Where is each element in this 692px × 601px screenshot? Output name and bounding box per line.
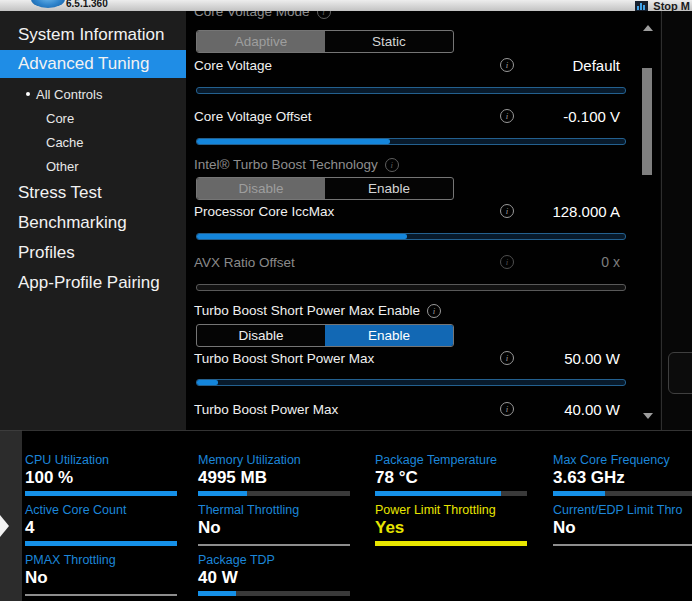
metric-label: Power Limit Throttling — [375, 503, 535, 517]
metric-label: Max Core Frequency — [553, 453, 692, 467]
turbo-boost-short-power-max-slider[interactable] — [196, 379, 626, 386]
scroll-up-icon[interactable] — [643, 25, 653, 31]
metric-value: 78 °C — [375, 468, 535, 488]
app-window: 6.5.1.360 Stop M System Information Adva… — [0, 0, 692, 601]
control-value: -0.100 V — [540, 108, 620, 125]
expand-arrow-icon[interactable] — [0, 515, 9, 537]
metric-label: CPU Utilization — [25, 453, 185, 467]
metric-value: No — [25, 568, 185, 588]
sidebar-item-system-information[interactable]: System Information — [0, 21, 186, 49]
sidebar-item-profiles[interactable]: Profiles — [0, 239, 186, 267]
xtu-logo-icon — [31, 0, 65, 8]
stop-monitoring-label: Stop M — [653, 0, 690, 11]
metric-value: 40 W — [198, 568, 358, 588]
info-icon[interactable] — [500, 58, 514, 72]
core-voltage-offset-row: Core Voltage Offset -0.100 V — [194, 106, 620, 126]
sidebar-subitem-label: Core — [46, 111, 74, 126]
core-voltage-slider[interactable] — [196, 87, 626, 94]
info-icon[interactable] — [317, 11, 331, 19]
metric-bar — [198, 544, 350, 546]
turbo-boost-technology-toggle: Disable Enable — [196, 177, 454, 200]
turbo-boost-short-power-max-enable-toggle: Disable Enable — [196, 324, 454, 347]
control-value: 0 x — [540, 254, 620, 270]
scroll-down-icon[interactable] — [643, 413, 653, 419]
metric-bar — [375, 491, 527, 496]
control-value: 128.000 A — [540, 203, 620, 220]
metric-label: PMAX Throttling — [25, 553, 185, 567]
sidebar-item-label: Profiles — [18, 243, 75, 263]
info-icon[interactable] — [385, 158, 399, 172]
stop-monitoring-button[interactable]: Stop M — [635, 0, 690, 11]
toggle-option-static[interactable]: Static — [325, 31, 453, 52]
sidebar-subitem-core[interactable]: Core — [0, 107, 186, 129]
panel-divider — [661, 11, 662, 430]
toggle-option-disable[interactable]: Disable — [197, 178, 325, 199]
metric-value: 4995 MB — [198, 468, 358, 488]
sidebar-item-advanced-tuning[interactable]: Advanced Tuning — [0, 50, 186, 78]
control-label: Turbo Boost Power Max — [194, 402, 500, 417]
metric-power-limit-throttling: Power Limit Throttling Yes — [375, 503, 535, 546]
info-icon[interactable] — [500, 402, 514, 416]
titlebar: 6.5.1.360 Stop M — [0, 0, 692, 11]
control-label: AVX Ratio Offset — [194, 255, 500, 270]
sidebar-item-label: Stress Test — [18, 183, 102, 203]
monitor-flyout-strip — [0, 430, 22, 601]
sidebar-subitem-label: Cache — [46, 135, 84, 150]
metric-bar — [198, 491, 350, 496]
info-icon[interactable] — [427, 304, 441, 318]
avx-ratio-offset-slider — [196, 284, 626, 291]
cut-off-panel-button[interactable] — [668, 352, 692, 394]
processor-core-iccmax-row: Processor Core IccMax 128.000 A — [194, 201, 620, 221]
metric-bar — [553, 544, 692, 546]
metric-bar — [553, 491, 692, 496]
info-icon[interactable] — [500, 255, 514, 269]
metric-value: 4 — [25, 518, 185, 538]
sidebar-subitem-all-controls[interactable]: All Controls — [0, 83, 186, 105]
metric-value: 3.63 GHz — [553, 468, 692, 488]
info-icon[interactable] — [500, 204, 514, 218]
sidebar-item-label: App-Profile Pairing — [18, 273, 160, 293]
scrollbar[interactable] — [641, 21, 655, 421]
info-icon[interactable] — [500, 109, 514, 123]
turbo-boost-short-power-max-enable-label: Turbo Boost Short Power Max Enable — [194, 303, 441, 318]
scrollbar-thumb[interactable] — [642, 68, 652, 175]
sidebar-subitem-other[interactable]: Other — [0, 155, 186, 177]
toggle-option-enable[interactable]: Enable — [325, 178, 453, 199]
toggle-option-enable[interactable]: Enable — [325, 325, 453, 346]
version-label: 6.5.1.360 — [66, 0, 108, 9]
control-value: 40.00 W — [540, 401, 620, 418]
metric-label: Thermal Throttling — [198, 503, 358, 517]
metric-value: No — [198, 518, 358, 538]
monitoring-panel: CPU Utilization 100 % Memory Utilization… — [22, 430, 692, 601]
turbo-boost-technology-label: Intel® Turbo Boost Technology — [194, 157, 399, 172]
control-label: Core Voltage — [194, 58, 500, 73]
sidebar-item-stress-test[interactable]: Stress Test — [0, 179, 186, 207]
metric-bar — [25, 491, 177, 496]
sidebar-subitem-cache[interactable]: Cache — [0, 131, 186, 153]
core-voltage-offset-slider[interactable] — [196, 138, 626, 145]
metric-package-temperature: Package Temperature 78 °C — [375, 453, 535, 496]
advanced-tuning-panel: Core Voltage Mode Adaptive Static Core V… — [186, 11, 660, 430]
avx-ratio-offset-row: AVX Ratio Offset 0 x — [194, 252, 620, 272]
sidebar-item-label: Benchmarking — [18, 213, 127, 233]
toggle-option-disable[interactable]: Disable — [197, 325, 325, 346]
metric-max-core-frequency: Max Core Frequency 3.63 GHz — [553, 453, 692, 496]
metric-current-edp-limit-throttling: Current/EDP Limit Thro No — [553, 503, 692, 546]
sidebar-subitem-label: Other — [46, 159, 79, 174]
sidebar-item-label: System Information — [18, 25, 164, 45]
sidebar: System Information Advanced Tuning All C… — [0, 11, 186, 430]
sidebar-item-app-profile-pairing[interactable]: App-Profile Pairing — [0, 269, 186, 297]
sidebar-item-benchmarking[interactable]: Benchmarking — [0, 209, 186, 237]
toggle-option-adaptive[interactable]: Adaptive — [197, 31, 325, 52]
info-icon[interactable] — [500, 351, 514, 365]
slider-fill — [197, 139, 390, 144]
turbo-boost-power-max-row: Turbo Boost Power Max 40.00 W — [194, 399, 620, 419]
control-label: Core Voltage Offset — [194, 109, 500, 124]
metric-bar — [25, 541, 177, 546]
metric-label: Active Core Count — [25, 503, 185, 517]
metric-label: Package TDP — [198, 553, 358, 567]
metric-bar — [198, 591, 350, 596]
metric-thermal-throttling: Thermal Throttling No — [198, 503, 358, 546]
processor-core-iccmax-slider[interactable] — [196, 233, 626, 240]
core-voltage-mode-toggle: Adaptive Static — [196, 30, 454, 53]
